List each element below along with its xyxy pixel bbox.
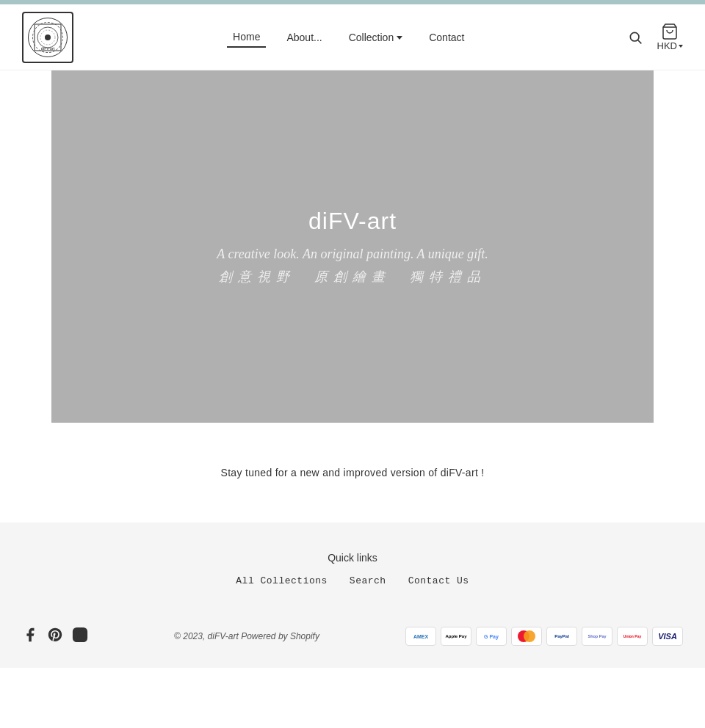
footer-search[interactable]: Search <box>350 575 386 586</box>
svg-point-11 <box>524 630 535 642</box>
payment-shop-pay: Shop Pay <box>582 627 612 646</box>
footer-contact-us[interactable]: Contact Us <box>408 575 469 586</box>
nav-collection[interactable]: Collection <box>343 28 408 47</box>
footer-bottom: © 2023, diFV-art Powered by Shopify AMEX… <box>22 616 683 646</box>
facebook-link[interactable] <box>22 627 38 646</box>
pinterest-icon <box>47 627 63 643</box>
currency-selector[interactable]: HKD <box>657 40 683 51</box>
search-icon <box>628 30 643 45</box>
hero-title: diFV-art <box>308 208 397 235</box>
payment-mastercard <box>511 627 542 646</box>
logo-image: diFV-art <box>22 12 73 63</box>
copyright-text: © 2023, diFV-art Powered by Shopify <box>174 631 319 641</box>
currency-label: HKD <box>657 40 677 51</box>
svg-point-3 <box>45 34 51 40</box>
hero-section: diFV-art A creative look. An original pa… <box>51 70 654 423</box>
facebook-icon <box>22 627 38 643</box>
svg-text:diFV-art: diFV-art <box>41 46 55 51</box>
collection-chevron-icon <box>397 36 402 40</box>
hero-subtitle2: 創意視野 原創繪畫 獨特禮品 <box>219 268 486 285</box>
svg-point-2 <box>40 30 55 45</box>
logo-inner: diFV-art <box>28 18 68 57</box>
nav-home[interactable]: Home <box>227 27 266 48</box>
instagram-link[interactable] <box>72 627 88 646</box>
nav-about[interactable]: About... <box>281 28 328 47</box>
payment-apple-pay: Apple Pay <box>441 627 471 646</box>
stay-tuned-text: Stay tuned for a new and improved versio… <box>15 467 690 478</box>
hero-subtitle: A creative look. An original painting. A… <box>217 247 488 262</box>
currency-chevron-icon <box>679 45 683 48</box>
cart-icon <box>661 23 679 40</box>
quick-links-section: Quick links All Collections Search Conta… <box>22 552 683 586</box>
payment-google-pay: G Pay <box>476 627 507 646</box>
header-actions: HKD <box>624 23 683 51</box>
cart-button[interactable] <box>661 23 679 40</box>
svg-rect-0 <box>35 24 61 51</box>
payment-union-pay: Union Pay <box>617 627 648 646</box>
footer: Quick links All Collections Search Conta… <box>0 523 705 668</box>
quick-links-title: Quick links <box>22 552 683 564</box>
nav-contact[interactable]: Contact <box>423 28 470 47</box>
payment-amex: AMEX <box>405 627 436 646</box>
payment-paypal: PayPal <box>546 627 577 646</box>
content-section: Stay tuned for a new and improved versio… <box>0 423 705 508</box>
instagram-icon <box>72 627 88 643</box>
search-button[interactable] <box>624 26 646 48</box>
payment-icons: AMEX Apple Pay G Pay PayPal Shop Pay Uni… <box>405 627 683 646</box>
svg-point-1 <box>37 27 58 48</box>
cart-currency-group: HKD <box>657 23 683 51</box>
social-icons <box>22 627 88 646</box>
payment-visa: VISA <box>652 627 683 646</box>
footer-links-row: All Collections Search Contact Us <box>22 575 683 586</box>
header: diFV-art Home About... Collection Contac… <box>0 4 705 70</box>
svg-point-5 <box>630 32 639 41</box>
logo-container[interactable]: diFV-art <box>22 12 73 63</box>
footer-all-collections[interactable]: All Collections <box>236 575 328 586</box>
pinterest-link[interactable] <box>47 627 63 646</box>
svg-line-6 <box>637 40 641 43</box>
main-nav: Home About... Collection Contact <box>227 27 470 48</box>
